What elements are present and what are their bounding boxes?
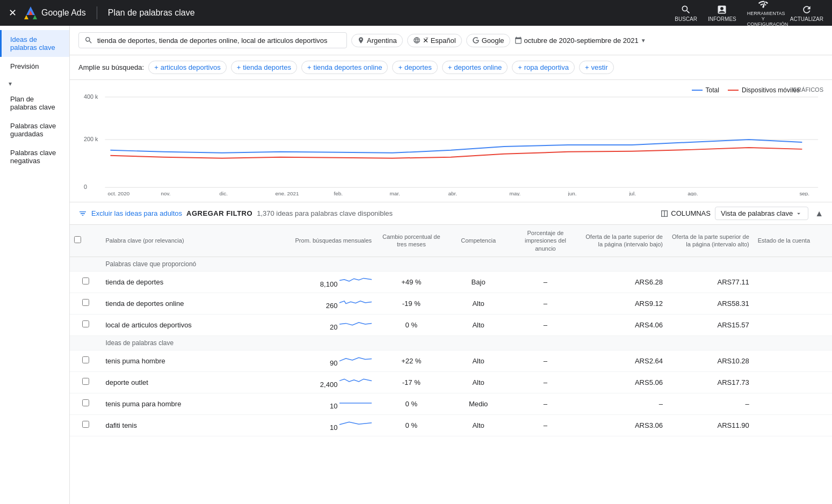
th-change[interactable]: Cambio porcentual de tres meses: [376, 225, 447, 257]
close-icon[interactable]: ✕: [9, 7, 17, 19]
add-filter-button[interactable]: AGREGAR FILTRO: [186, 209, 252, 217]
row-checkbox[interactable]: [82, 299, 89, 306]
chevron-up-icon[interactable]: ▲: [815, 209, 823, 218]
th-monthly[interactable]: Prom. búsquedas mensuales: [274, 225, 376, 257]
suggestion-chip-6[interactable]: + vestir: [579, 61, 614, 74]
dropdown-arrow-icon: [795, 210, 802, 217]
informes-label: INFORMES: [708, 16, 736, 22]
logo-text: Google Ads: [41, 8, 86, 18]
th-account-status[interactable]: Estado de la cuenta: [754, 225, 832, 257]
columns-icon: [660, 209, 669, 218]
account-status-cell: [754, 393, 832, 414]
row-checkbox-cell: [70, 314, 101, 335]
th-impression[interactable]: Porcentaje de impresiones del anuncio: [510, 225, 581, 257]
change-cell: +22 %: [376, 350, 447, 371]
search-nav-button[interactable]: BUSCAR: [675, 4, 697, 22]
competition-cell: Alto: [447, 350, 510, 371]
monthly-cell: 2,400: [274, 371, 376, 393]
legend-total: Total: [692, 86, 719, 94]
informes-nav-button[interactable]: INFORMES: [708, 4, 736, 22]
columns-label: COLUMNAS: [671, 209, 711, 217]
change-cell: +49 %: [376, 271, 447, 293]
suggestion-text-3: deportes: [404, 63, 432, 71]
legend-total-label: Total: [706, 86, 719, 94]
account-status-cell: [754, 271, 832, 293]
suggestion-chip-1[interactable]: + tienda deportes: [231, 61, 297, 74]
keyword-cell: local de articulos deportivos: [101, 314, 274, 335]
actualizar-label: ACTUALIZAR: [790, 16, 823, 22]
suggestion-chip-2[interactable]: + tienda deportes online: [301, 61, 388, 74]
suggestion-chip-0[interactable]: + articulos deportivos: [148, 61, 227, 74]
date-range-chip[interactable]: octubre de 2020-septiembre de 2021 ▼: [515, 36, 646, 45]
filter-button[interactable]: [78, 209, 87, 218]
suggestions-label: Amplíe su búsqueda:: [78, 63, 144, 71]
graphics-icon[interactable]: GRÁFICOS: [793, 86, 823, 93]
suggestion-text-6: vestir: [591, 63, 607, 71]
svg-text:jul.: jul.: [628, 191, 636, 196]
row-checkbox[interactable]: [82, 277, 89, 284]
top-high-cell: ARS11.90: [667, 414, 754, 436]
sidebar-item-plan[interactable]: Plan de palabras clave: [0, 90, 69, 116]
row-checkbox[interactable]: [82, 399, 89, 406]
svg-text:mar.: mar.: [390, 191, 400, 196]
row-checkbox[interactable]: [82, 320, 89, 327]
svg-text:jun.: jun.: [567, 191, 576, 196]
sparkline: [339, 376, 372, 387]
engine-label: Google: [482, 36, 504, 45]
change-cell: 0 %: [376, 414, 447, 436]
suggestion-chip-4[interactable]: + deportes online: [442, 61, 508, 74]
th-competition[interactable]: Competencia: [447, 225, 510, 257]
sidebar-item-ideas[interactable]: Ideas de palabras clave: [0, 30, 69, 57]
sidebar-group-plan[interactable]: ▾: [0, 76, 69, 90]
row-checkbox[interactable]: [82, 421, 89, 428]
suggestion-text-1: tienda deportes: [243, 63, 291, 71]
search-input-wrap[interactable]: tienda de deportes, tienda de deportes o…: [78, 32, 347, 48]
suggestions-bar: Amplíe su búsqueda: + articulos deportiv…: [70, 55, 832, 80]
sparkline: [339, 319, 372, 330]
page-title: Plan de palabras clave: [108, 8, 669, 18]
top-low-cell: ARS4.06: [581, 314, 667, 335]
sparkline: [339, 355, 372, 366]
select-all-checkbox[interactable]: [74, 236, 81, 243]
sparkline: [339, 276, 372, 287]
impression-cell: –: [510, 350, 581, 371]
sidebar-item-negativas[interactable]: Palabras clave negativas: [0, 143, 69, 170]
keyword-cell: dafiti tenis: [101, 414, 274, 436]
svg-text:nov.: nov.: [161, 191, 171, 196]
suggestion-chip-3[interactable]: + deportes: [392, 61, 437, 74]
th-keyword[interactable]: Palabra clave (por relevancia): [101, 225, 274, 257]
herramientas-nav-button[interactable]: HERRAMIENTAS Y CONFIGURACIÓN: [747, 0, 779, 27]
engine-filter[interactable]: Google: [466, 34, 510, 47]
keyword-cell: tienda de deportes: [101, 271, 274, 293]
svg-text:200 k: 200 k: [84, 136, 98, 142]
buscar-label: BUSCAR: [675, 16, 697, 22]
row-checkbox[interactable]: [82, 378, 89, 385]
impression-cell: –: [510, 314, 581, 335]
svg-text:may.: may.: [509, 191, 520, 196]
monthly-cell: 260: [274, 293, 376, 314]
keyword-cell: tenis puma para hombre: [101, 393, 274, 414]
row-checkbox[interactable]: [82, 356, 89, 363]
keyword-table: Palabra clave (por relevancia) Prom. bús…: [70, 225, 832, 436]
impression-cell: –: [510, 414, 581, 436]
location-filter[interactable]: Argentina: [351, 34, 403, 47]
sidebar-item-prevision[interactable]: Previsión: [0, 57, 69, 76]
view-dropdown[interactable]: Vista de palabras clave: [715, 207, 808, 220]
row-checkbox-cell: [70, 293, 101, 314]
svg-text:abr.: abr.: [448, 191, 458, 196]
exclude-adults-link[interactable]: Excluir las ideas para adultos: [91, 209, 182, 217]
monthly-cell: 10: [274, 393, 376, 414]
sidebar-item-guardadas[interactable]: Palabras clave guardadas: [0, 116, 69, 143]
language-filter[interactable]: ✕̈ Español: [407, 34, 462, 47]
columns-button[interactable]: COLUMNAS: [660, 209, 711, 218]
herramientas-label: HERRAMIENTAS Y CONFIGURACIÓN: [747, 11, 779, 27]
ideas-section-header: Ideas de palabras clave: [101, 335, 832, 350]
location-icon: [357, 36, 365, 44]
th-top-low[interactable]: Oferta de la parte superior de la página…: [581, 225, 667, 257]
actualizar-nav-button[interactable]: ACTUALIZAR: [790, 4, 823, 22]
suggestion-chip-5[interactable]: + ropa deportiva: [512, 61, 575, 74]
change-cell: 0 %: [376, 314, 447, 335]
top-low-cell: ARS9.12: [581, 293, 667, 314]
svg-text:ago.: ago.: [688, 191, 698, 196]
th-top-high[interactable]: Oferta de la parte superior de la página…: [667, 225, 754, 257]
